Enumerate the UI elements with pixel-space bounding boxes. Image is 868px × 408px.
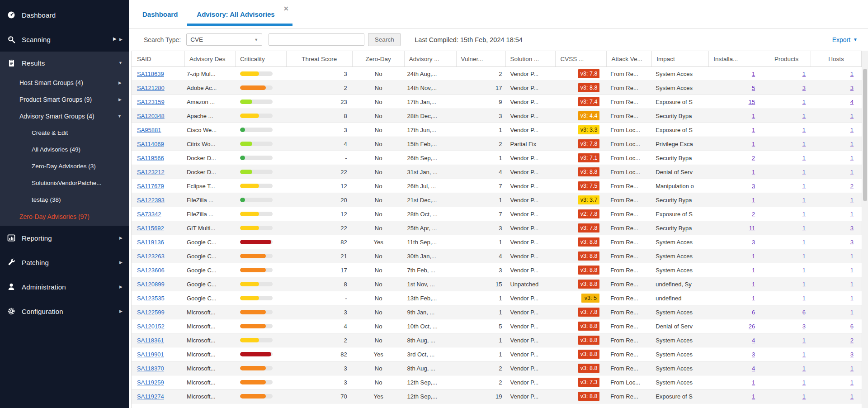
table-row[interactable]: SA119136Google C...82Yes11th Sep,...1Ven… [132,235,862,249]
sidebar-item-administration[interactable]: Administration▶ [0,275,129,299]
said-link[interactable]: SA119136 [137,239,164,246]
column-header-cvss[interactable]: CVSS ... [556,51,607,66]
said-link[interactable]: SA73342 [137,211,161,218]
products-link[interactable]: 1 [802,71,806,77]
table-row[interactable]: SA123159Amazon ...23No17th Jan,...9Vendo… [132,95,862,109]
said-link[interactable]: SA119901 [137,351,164,358]
table-row[interactable]: SA115692GIT Multi...22No25th Apr, ...3Ve… [132,221,862,235]
hosts-link[interactable]: 1 [850,211,854,218]
table-row-partial[interactable] [132,403,862,408]
table-row[interactable]: SA120899Google C...8No1st Nov, ...15Unpa… [132,277,862,291]
column-header-said[interactable]: SAID [132,51,185,66]
column-header-advisory-des[interactable]: Advisory Des [185,51,236,66]
sidebar-item-reporting[interactable]: Reporting▶ [0,226,129,250]
table-row[interactable]: SA122393FileZilla ...20No21st Dec,...1Ve… [132,193,862,207]
installations-link[interactable]: 2 [752,155,755,161]
sidebar-item-scanning[interactable]: Scanning▶ [0,27,129,52]
sidebar-item-create-and-edit[interactable]: Create & Edit [0,124,129,141]
products-link[interactable]: 1 [802,295,806,302]
search-type-select[interactable]: CVE ▼ [186,33,262,46]
installations-link[interactable]: 1 [752,113,755,119]
installations-link[interactable]: 6 [752,309,755,316]
hosts-link[interactable]: 1 [850,393,854,400]
said-link[interactable]: SA119259 [137,379,164,386]
installations-link[interactable]: 1 [752,197,755,204]
said-link[interactable]: SA121280 [137,85,165,91]
said-link[interactable]: SA123212 [137,169,165,176]
products-link[interactable]: 1 [802,267,806,274]
installations-link[interactable]: 4 [752,337,755,344]
installations-link[interactable]: 1 [752,281,755,288]
hosts-link[interactable]: 6 [850,323,854,330]
sidebar-item-all-advisories[interactable]: All Advisories (49) [0,141,129,158]
table-row[interactable]: SA117679Eclipse T...12No26th Jul, ...7Ve… [132,179,862,193]
products-link[interactable]: 1 [802,169,806,176]
sidebar-item-solutionis-vendor-patche[interactable]: SolutionisVendorPatche... [0,175,129,191]
installations-link[interactable]: 11 [749,225,755,232]
hosts-link[interactable]: 3 [850,225,854,232]
products-link[interactable]: 1 [802,211,806,218]
said-link[interactable]: SA118361 [137,337,164,344]
sidebar-item-host-smart-groups[interactable]: Host Smart Groups (4)▶ [0,74,129,91]
column-header-attack-ve[interactable]: Attack Ve... [607,51,652,66]
table-row[interactable]: SA123606Google C...17No7th Feb, ...3Vend… [132,263,862,277]
table-row[interactable]: SA73342FileZilla ...12No28th Oct, ...7Ve… [132,207,862,221]
products-link[interactable]: 1 [802,281,806,288]
products-link[interactable]: 1 [802,155,806,161]
sidebar-item-configuration[interactable]: Configuration▶ [0,299,129,323]
installations-link[interactable]: 2 [752,211,755,218]
said-link[interactable]: SA120348 [137,113,165,119]
hosts-link[interactable]: 2 [850,337,854,344]
column-header-installa[interactable]: Installa... [709,51,762,66]
hosts-link[interactable]: 3 [850,85,854,91]
products-link[interactable]: 1 [802,197,806,204]
hosts-link[interactable]: 1 [850,253,854,260]
said-link[interactable]: SA122599 [137,309,165,316]
said-link[interactable]: SA118639 [137,71,164,77]
hosts-link[interactable]: 1 [850,127,854,133]
products-link[interactable]: 3 [802,323,806,330]
said-link[interactable]: SA120152 [137,323,165,330]
table-row[interactable]: SA114069Citrix Wo...4No15th Feb,...2Part… [132,137,862,151]
table-row[interactable]: SA118361Microsoft...2No8th Aug, ...1Vend… [132,333,862,347]
installations-link[interactable]: 1 [752,267,755,274]
hosts-link[interactable]: 1 [850,169,854,176]
products-link[interactable]: 1 [802,253,806,260]
said-link[interactable]: SA115692 [137,225,164,232]
hosts-link[interactable]: 1 [850,113,854,119]
sidebar-item-patching[interactable]: Patching▶ [0,250,129,275]
products-link[interactable]: 1 [802,113,806,119]
installations-link[interactable]: 3 [752,351,755,358]
hosts-link[interactable]: 3 [850,351,854,358]
column-header-solution[interactable]: Solution ... [506,51,556,66]
products-link[interactable]: 1 [802,99,806,105]
table-row[interactable]: SA119259Microsoft...3No12th Sep,...2Vend… [132,375,862,389]
installations-link[interactable]: 1 [752,379,755,386]
products-link[interactable]: 1 [802,183,806,190]
table-row[interactable]: SA119901Microsoft...82Yes3rd Oct, ...1Ve… [132,347,862,361]
installations-link[interactable]: 15 [749,99,755,105]
sidebar-item-dashboard[interactable]: Dashboard [0,3,129,27]
installations-link[interactable]: 1 [752,295,755,302]
sidebar-item-advisory-smart-groups[interactable]: Advisory Smart Groups (4)▼ [0,108,129,124]
hosts-link[interactable]: 1 [850,365,854,372]
said-link[interactable]: SA114069 [137,141,164,147]
table-row[interactable]: SA1186397-zip Mul...3No24th Aug,...2Vend… [132,67,862,81]
said-link[interactable]: SA123535 [137,295,165,302]
sidebar-item-zero-day-advisories-97[interactable]: Zero-Day Advisories (97) [0,208,129,225]
hosts-link[interactable]: 1 [850,197,854,204]
products-link[interactable]: 1 [802,365,806,372]
column-header-criticality[interactable]: Criticality [236,51,287,66]
table-row[interactable]: SA119274Microsoft...70Yes12th Sep,...19V… [132,389,862,403]
sidebar-item-results[interactable]: Results▼ [0,52,129,74]
hosts-link[interactable]: 1 [850,155,854,161]
products-link[interactable]: 1 [802,225,806,232]
products-link[interactable]: 1 [802,127,806,133]
products-link[interactable]: 1 [802,239,806,246]
hosts-link[interactable]: 1 [850,267,854,274]
hosts-link[interactable]: 1 [850,309,854,316]
table-row[interactable]: SA121280Adobe Ac...2No14th Nov,...17Vend… [132,81,862,95]
scrollbar-thumb[interactable] [863,69,867,201]
products-link[interactable]: 3 [802,85,806,91]
installations-link[interactable]: 1 [752,169,755,176]
